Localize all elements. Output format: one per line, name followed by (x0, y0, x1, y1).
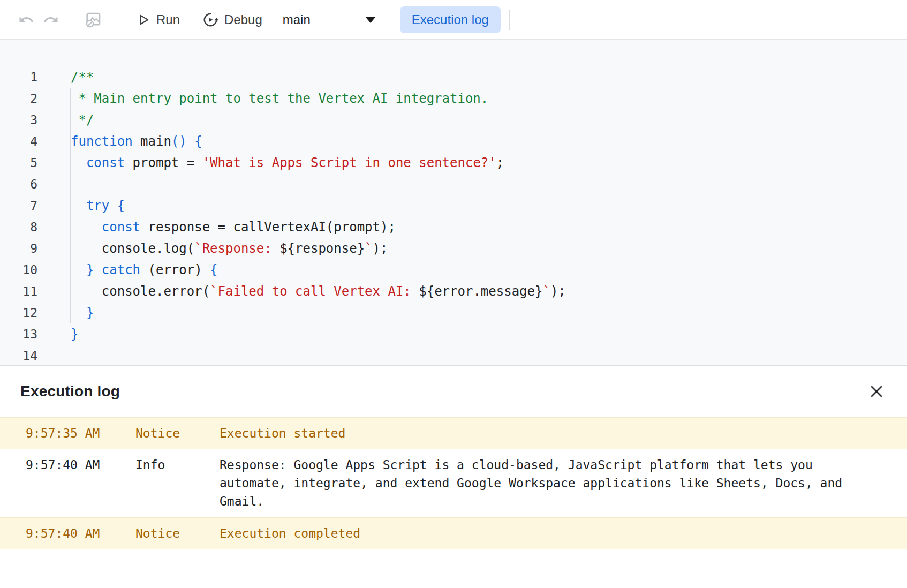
line-number: 11 (0, 281, 37, 302)
debug-button[interactable]: Debug (196, 7, 269, 33)
code-text[interactable]: console.log(`Response: ${response}`); (37, 238, 388, 259)
code-line: 8 const response = callVertexAI(prompt); (0, 216, 907, 238)
code-line: 13 } (0, 323, 907, 345)
log-timestamp: 9:57:40 AM (26, 456, 135, 474)
line-number: 14 (0, 345, 37, 365)
code-text[interactable]: * Main entry point to test the Vertex AI… (37, 88, 488, 109)
line-number: 7 (0, 195, 37, 216)
undo-icon (18, 12, 34, 28)
line-number: 9 (0, 238, 37, 259)
toolbar: Run Debug main Execution log (0, 0, 907, 40)
toolbar-divider (391, 10, 391, 30)
close-log-button[interactable] (864, 379, 889, 404)
indent-guide (70, 88, 71, 323)
code-line: 11 console.error(`Failed to call Vertex … (0, 281, 907, 302)
code-line: 7 try { (0, 195, 907, 216)
code-text[interactable]: function main() { (37, 131, 202, 152)
execution-log-panel: Execution log 9:57:35 AM Notice Executio… (0, 365, 907, 549)
line-number: 6 (0, 174, 37, 195)
debug-label: Debug (224, 12, 262, 27)
run-button[interactable]: Run (130, 7, 186, 32)
line-number: 2 (0, 88, 37, 109)
code-text[interactable]: */ (37, 109, 94, 131)
log-level: Info (135, 456, 220, 474)
code-line: 1 /** (0, 66, 907, 88)
log-timestamp: 9:57:35 AM (26, 424, 135, 442)
code-text[interactable] (37, 174, 71, 195)
code-lines-container: 1 /** 2 * Main entry point to test the V… (0, 66, 907, 365)
log-rows-container: 9:57:35 AM Notice Execution started 9:57… (0, 417, 907, 549)
log-timestamp: 9:57:40 AM (26, 524, 135, 542)
undo-button[interactable] (14, 7, 39, 32)
code-text[interactable]: } catch (error) { (37, 259, 218, 281)
toolbar-divider (72, 10, 72, 30)
execution-log-header: Execution log (0, 366, 907, 417)
code-line: 3 */ (0, 109, 907, 131)
code-text[interactable]: } (37, 323, 78, 345)
log-message: Execution completed (220, 524, 846, 542)
code-text[interactable] (37, 345, 71, 365)
function-selector-dropdown[interactable]: main (276, 7, 382, 32)
code-line: 10 } catch (error) { (0, 259, 907, 281)
line-number: 12 (0, 302, 37, 323)
code-line: 9 console.log(`Response: ${response}`); (0, 238, 907, 259)
close-icon (868, 383, 885, 399)
run-label: Run (156, 12, 180, 27)
code-text[interactable]: console.error(`Failed to call Vertex AI:… (37, 281, 566, 302)
line-number: 4 (0, 131, 37, 152)
log-message: Execution started (220, 424, 846, 442)
save-status-icon (84, 11, 102, 29)
log-level: Notice (135, 424, 220, 442)
redo-button[interactable] (39, 7, 63, 32)
log-level: Notice (135, 524, 220, 542)
line-number: 1 (0, 66, 37, 88)
code-line: 12 } (0, 302, 907, 323)
execution-log-button[interactable]: Execution log (400, 6, 501, 33)
redo-icon (43, 12, 59, 28)
line-number: 8 (0, 216, 37, 238)
code-line: 14 (0, 345, 907, 365)
line-number: 13 (0, 323, 37, 345)
apps-script-editor: Run Debug main Execution log 1 /** 2 * M… (0, 0, 907, 588)
code-line: 5 const prompt = 'What is Apps Script in… (0, 152, 907, 174)
execution-log-title: Execution log (20, 383, 120, 400)
code-line: 2 * Main entry point to test the Vertex … (0, 88, 907, 109)
line-number: 10 (0, 259, 37, 281)
log-row: 9:57:40 AM Notice Execution completed (0, 517, 907, 549)
toolbar-divider (509, 10, 510, 30)
log-row: 9:57:40 AM Info Response: Google Apps Sc… (0, 449, 907, 517)
code-line: 6 (0, 174, 907, 195)
code-text[interactable]: const prompt = 'What is Apps Script in o… (37, 152, 504, 174)
chevron-down-icon (365, 17, 376, 23)
line-number: 3 (0, 109, 37, 131)
save-status-button[interactable] (81, 7, 105, 32)
debug-icon (202, 12, 218, 28)
log-message: Response: Google Apps Script is a cloud-… (220, 456, 846, 510)
code-text[interactable]: /** (37, 66, 94, 88)
line-number: 5 (0, 152, 37, 174)
code-line: 4 function main() { (0, 131, 907, 152)
run-icon (137, 13, 150, 27)
code-text[interactable]: try { (37, 195, 125, 216)
code-editor[interactable]: 1 /** 2 * Main entry point to test the V… (0, 40, 907, 365)
code-text[interactable]: } (37, 302, 94, 323)
code-text[interactable]: const response = callVertexAI(prompt); (37, 216, 396, 238)
log-row: 9:57:35 AM Notice Execution started (0, 417, 907, 449)
selected-function-label: main (283, 12, 311, 27)
